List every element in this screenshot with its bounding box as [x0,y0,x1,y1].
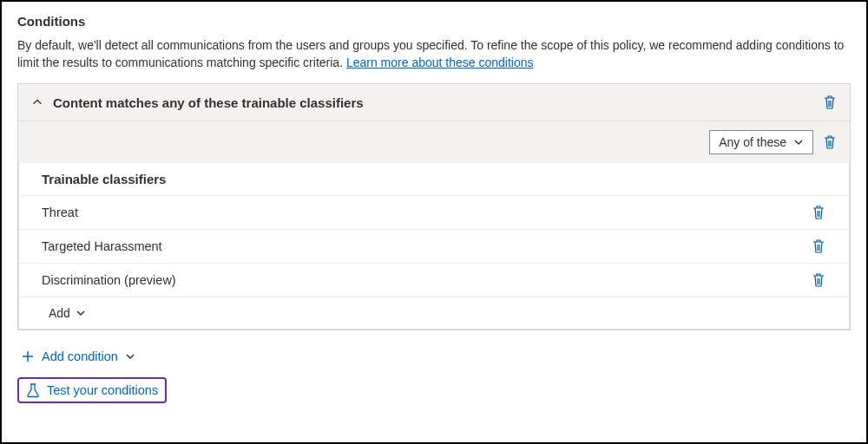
chevron-up-icon [30,95,44,109]
classifier-name: Targeted Harassment [42,239,811,253]
add-condition-label: Add condition [42,349,118,363]
chevron-down-icon [125,351,135,362]
classifier-name: Discrimination (preview) [42,273,811,287]
delete-classifier-button[interactable] [811,272,826,288]
classifier-row: Threat [19,195,849,229]
condition-subheader: Any of these [18,121,850,163]
add-condition-button[interactable]: Add condition [17,348,851,365]
plus-icon [21,349,35,363]
delete-subcondition-button[interactable] [822,134,838,150]
learn-more-link[interactable]: Learn more about these conditions [346,56,534,69]
test-conditions-button[interactable]: Test your conditions [17,377,167,403]
delete-classifier-button[interactable] [811,205,826,220]
classifier-name: Threat [42,206,811,219]
delete-condition-button[interactable] [822,95,838,110]
condition-block: Content matches any of these trainable c… [17,83,851,330]
classifier-row: Targeted Harassment [19,229,849,263]
classifiers-title: Trainable classifiers [19,163,849,195]
add-classifier-button[interactable]: Add [19,297,849,329]
condition-title: Content matches any of these trainable c… [53,95,822,110]
condition-header[interactable]: Content matches any of these trainable c… [18,84,850,121]
dropdown-label: Any of these [719,135,786,149]
add-label: Add [49,306,70,320]
chevron-down-icon [76,308,86,318]
description-text: By default, we'll detect all communicati… [17,37,851,71]
flask-icon [26,382,40,398]
classifiers-list: Trainable classifiers Threat Targeted Ha… [18,163,850,330]
conditions-panel: Conditions By default, we'll detect all … [0,0,868,444]
section-title: Conditions [17,14,851,29]
delete-classifier-button[interactable] [811,238,826,254]
classifier-row: Discrimination (preview) [19,263,849,297]
test-conditions-label: Test your conditions [47,383,158,397]
chevron-down-icon [793,137,804,147]
match-type-dropdown[interactable]: Any of these [709,130,813,154]
